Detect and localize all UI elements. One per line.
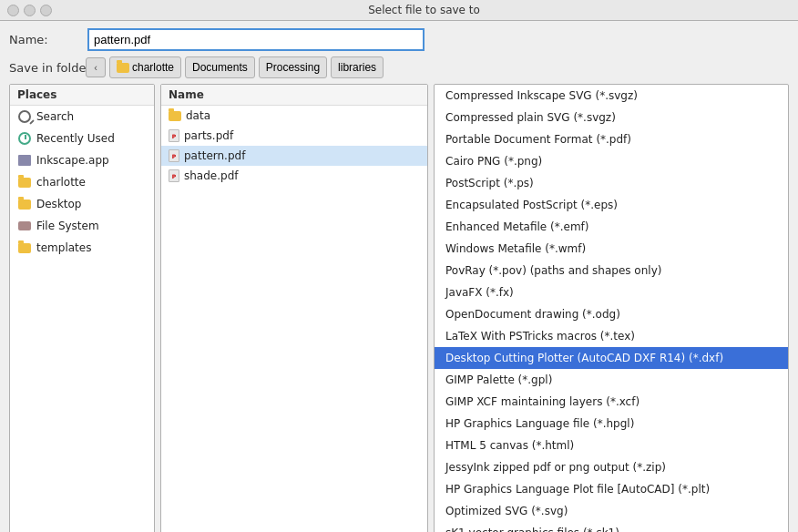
places-list: Search Recently Used Inkscape.app	[10, 106, 154, 532]
file-item-pattern-pdf[interactable]: P pattern.pdf	[161, 146, 427, 166]
filesystem-icon	[17, 219, 32, 233]
breadcrumb-documents[interactable]: Documents	[185, 56, 255, 78]
places-item-desktop[interactable]: Desktop	[10, 193, 154, 215]
name-label: Name:	[9, 33, 82, 46]
places-item-inkscape-label: Inkscape.app	[36, 154, 109, 167]
format-windows-metafile[interactable]: Windows Metafile (*.wmf)	[435, 238, 788, 260]
files-list: data P parts.pdf P pattern.pdf P shade.p…	[161, 106, 427, 532]
close-button[interactable]	[7, 5, 19, 16]
folder-icon-data	[169, 111, 181, 121]
format-encapsulated-postscript[interactable]: Encapsulated PostScript (*.eps)	[435, 194, 788, 216]
recently-used-icon	[17, 131, 32, 146]
places-item-filesystem-label: File System	[36, 220, 99, 232]
title-bar: Select file to save to	[0, 0, 798, 21]
files-panel: Name data P parts.pdf P pattern.pdf P sh…	[160, 84, 428, 532]
format-gimp-palette[interactable]: GIMP Palette (*.gpl)	[435, 369, 788, 391]
format-sk1-vector[interactable]: sK1 vector graphics files (*.sk1)	[435, 522, 788, 532]
folder-row: Save in folder: ‹ charlotte Documents Pr…	[0, 55, 798, 84]
breadcrumb-documents-label: Documents	[192, 61, 248, 74]
format-portable-document[interactable]: Portable Document Format (*.pdf)	[435, 128, 788, 150]
file-item-data[interactable]: data	[161, 106, 427, 126]
templates-folder-icon	[17, 240, 32, 255]
dialog-content: Name: Save in folder: ‹ charlotte Docume…	[0, 21, 798, 532]
format-dropdown-panel: Compressed Inkscape SVG (*.svgz) Compres…	[434, 84, 789, 532]
places-item-search[interactable]: Search	[10, 106, 154, 128]
name-row: Name:	[0, 21, 798, 55]
places-item-charlotte[interactable]: charlotte	[10, 171, 154, 193]
breadcrumb-processing-label: Processing	[266, 61, 320, 74]
places-item-recently-label: Recently Used	[36, 132, 115, 145]
format-opendocument[interactable]: OpenDocument drawing (*.odg)	[435, 303, 788, 325]
filename-input[interactable]	[87, 28, 425, 51]
breadcrumb-processing[interactable]: Processing	[259, 56, 327, 78]
file-item-parts-pdf[interactable]: P parts.pdf	[161, 126, 427, 146]
charlotte-folder-icon	[17, 175, 32, 189]
places-item-desktop-label: Desktop	[36, 198, 82, 210]
format-javafx[interactable]: JavaFX (*.fx)	[435, 281, 788, 303]
file-item-shade-pdf[interactable]: P shade.pdf	[161, 166, 427, 186]
format-compressed-plain-svg[interactable]: Compressed plain SVG (*.svgz)	[435, 107, 788, 128]
breadcrumb-libraries[interactable]: libraries	[331, 56, 384, 78]
search-icon	[17, 109, 32, 124]
file-item-data-label: data	[186, 109, 210, 122]
breadcrumb-libraries-label: libraries	[338, 61, 376, 74]
file-item-pattern-label: pattern.pdf	[184, 149, 245, 162]
format-enhanced-metafile[interactable]: Enhanced Metafile (*.emf)	[435, 216, 788, 238]
nav-back-button[interactable]: ‹	[86, 57, 106, 77]
format-hp-graphics[interactable]: HP Graphics Language file (*.hpgl)	[435, 413, 788, 435]
file-item-parts-label: parts.pdf	[184, 129, 233, 142]
folder-icon	[117, 63, 129, 73]
places-item-templates-label: templates	[36, 241, 91, 254]
pdf-icon-shade: P	[169, 169, 179, 182]
places-item-filesystem[interactable]: File System	[10, 215, 154, 237]
format-optimized-svg[interactable]: Optimized SVG (*.svg)	[435, 500, 788, 522]
save-in-label: Save in folder:	[9, 61, 82, 75]
format-cairo-png[interactable]: Cairo PNG (*.png)	[435, 150, 788, 172]
places-item-charlotte-label: charlotte	[36, 176, 86, 189]
places-item-search-label: Search	[36, 110, 74, 123]
desktop-folder-icon	[17, 197, 32, 211]
breadcrumb-charlotte-label: charlotte	[132, 61, 174, 74]
file-item-shade-label: shade.pdf	[184, 169, 238, 182]
format-compressed-inkscape-svg[interactable]: Compressed Inkscape SVG (*.svgz)	[435, 85, 788, 107]
format-gimp-xcf[interactable]: GIMP XCF maintaining layers (*.xcf)	[435, 391, 788, 413]
pdf-icon-pattern: P	[169, 149, 179, 162]
format-desktop-cutting-plotter[interactable]: Desktop Cutting Plotter (AutoCAD DXF R14…	[435, 347, 788, 369]
dialog-title: Select file to save to	[57, 4, 791, 16]
places-item-templates[interactable]: templates	[10, 237, 154, 259]
maximize-button[interactable]	[40, 5, 52, 16]
format-html5-canvas[interactable]: HTML 5 canvas (*.html)	[435, 435, 788, 456]
format-jessyink[interactable]: JessyInk zipped pdf or png output (*.zip…	[435, 456, 788, 478]
format-postscript[interactable]: PostScript (*.ps)	[435, 172, 788, 194]
places-header: Places	[10, 85, 154, 106]
format-latex-pstricks[interactable]: LaTeX With PSTricks macros (*.tex)	[435, 325, 788, 347]
window-buttons	[7, 5, 52, 16]
main-panel: Places Search Recently Used	[0, 84, 798, 532]
inkscape-icon	[17, 153, 32, 168]
minimize-button[interactable]	[24, 5, 36, 16]
places-panel: Places Search Recently Used	[9, 84, 155, 532]
places-item-inkscape[interactable]: Inkscape.app	[10, 149, 154, 171]
places-item-recently-used[interactable]: Recently Used	[10, 128, 154, 149]
format-povray[interactable]: PovRay (*.pov) (paths and shapes only)	[435, 260, 788, 281]
pdf-icon-parts: P	[169, 129, 179, 142]
format-hp-hpgl2[interactable]: HP Graphics Language Plot file [AutoCAD]…	[435, 478, 788, 500]
breadcrumb-charlotte[interactable]: charlotte	[109, 56, 181, 78]
files-header: Name	[161, 85, 427, 106]
